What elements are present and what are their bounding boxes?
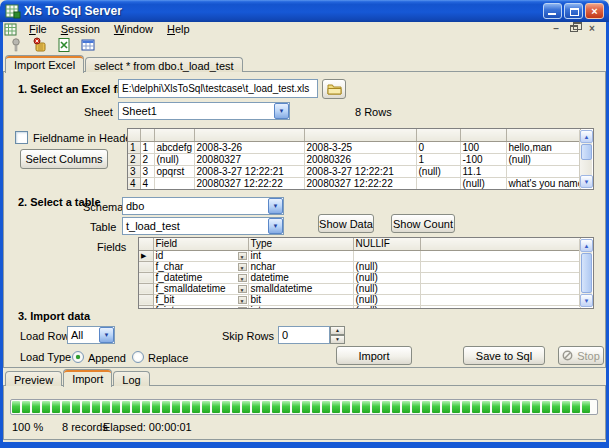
fields-grid-blank-cell[interactable] bbox=[420, 305, 580, 309]
spin-down-button[interactable]: ▼ bbox=[330, 335, 345, 344]
fields-grid-blank-cell[interactable] bbox=[420, 283, 580, 294]
save-to-sql-button[interactable]: Save to Sql bbox=[463, 346, 545, 365]
fields-grid-field-cell[interactable]: f_smalldatetime▼ bbox=[153, 283, 248, 294]
fields-grid-scrollbar[interactable]: ▲ ▼ bbox=[579, 239, 592, 307]
field-dropdown-arrow-icon[interactable]: ▼ bbox=[238, 285, 247, 293]
fields-grid-nullif-cell[interactable]: (null) bbox=[353, 283, 420, 294]
excel-grid-cell[interactable]: 0 bbox=[416, 141, 460, 153]
fields-grid-type-cell[interactable]: smalldatetime bbox=[248, 283, 353, 294]
fields-grid-row-header[interactable] bbox=[139, 283, 153, 294]
load-rows-combo[interactable]: All ▼ bbox=[67, 326, 115, 344]
scroll-down-icon[interactable]: ▼ bbox=[580, 294, 593, 307]
select-columns-button[interactable]: Select Columns bbox=[20, 149, 108, 169]
excel-grid-cell[interactable]: 2008-3-25 bbox=[304, 141, 416, 153]
current-row-indicator-icon[interactable]: ▶ bbox=[139, 250, 153, 261]
fields-grid-row-header[interactable] bbox=[139, 305, 153, 309]
excel-grid-scroll-thumb[interactable] bbox=[581, 144, 592, 160]
replace-radio[interactable] bbox=[132, 351, 144, 363]
field-name-cell[interactable]: f_smalldatetime bbox=[156, 283, 226, 294]
show-count-button[interactable]: Show Count bbox=[391, 214, 455, 233]
import-button[interactable]: Import bbox=[336, 346, 412, 365]
excel-grid-cell[interactable]: 20080327 12:22:22 bbox=[194, 177, 304, 189]
fieldname-header-label[interactable]: Fieldname in Header bbox=[33, 132, 135, 144]
excel-grid-cell[interactable]: (null) bbox=[506, 153, 580, 165]
excel-grid-cell[interactable]: 11.1 bbox=[460, 165, 506, 177]
fieldname-header-checkbox[interactable] bbox=[15, 131, 28, 144]
fields-grid-blank-cell[interactable] bbox=[420, 272, 580, 283]
fields-grid-type-cell[interactable]: bit bbox=[248, 294, 353, 305]
field-name-cell[interactable]: f_int bbox=[156, 305, 175, 309]
fields-grid-row-header[interactable] bbox=[139, 261, 153, 272]
menu-session[interactable]: Session bbox=[54, 22, 107, 36]
replace-radio-label[interactable]: Replace bbox=[148, 352, 188, 364]
append-radio[interactable] bbox=[72, 351, 84, 363]
field-dropdown-arrow-icon[interactable]: ▼ bbox=[238, 263, 247, 271]
fields-grid-field-cell[interactable]: f_char▼ bbox=[153, 261, 248, 272]
tab-select-query[interactable]: select * from dbo.t_load_test bbox=[85, 57, 242, 72]
tab-preview[interactable]: Preview bbox=[5, 371, 62, 386]
field-name-cell[interactable]: f_datetime bbox=[156, 272, 203, 283]
query-window-icon[interactable] bbox=[79, 37, 97, 54]
field-name-cell[interactable]: f_bit bbox=[156, 294, 175, 305]
excel-grid-row-header[interactable]: 1 bbox=[128, 141, 140, 153]
excel-grid-cell[interactable]: 20080327 12:22:22 bbox=[304, 177, 416, 189]
fields-grid-field-cell[interactable]: f_datetime▼ bbox=[153, 272, 248, 283]
close-button[interactable]: × bbox=[585, 3, 604, 19]
excel-grid-cell[interactable]: 3 bbox=[140, 165, 154, 177]
scroll-up-icon[interactable]: ▲ bbox=[580, 130, 593, 143]
field-dropdown-arrow-icon[interactable]: ▼ bbox=[238, 307, 247, 310]
excel-grid-cell[interactable]: 20080327 12:21 bbox=[304, 189, 416, 190]
excel-grid-cell[interactable]: ... bbox=[154, 189, 194, 190]
field-dropdown-arrow-icon[interactable]: ▼ bbox=[238, 296, 247, 304]
excel-grid-cell[interactable]: 4 bbox=[140, 177, 154, 189]
append-radio-label[interactable]: Append bbox=[88, 352, 126, 364]
excel-grid-cell[interactable]: opqrst bbox=[154, 165, 194, 177]
excel-grid-cell[interactable]: (null) bbox=[460, 177, 506, 189]
fields-grid-blank-cell[interactable] bbox=[420, 250, 580, 261]
show-data-button[interactable]: Show Data bbox=[318, 214, 374, 233]
table-combo[interactable]: t_load_test ▼ bbox=[122, 217, 284, 235]
fields-grid-blank-cell[interactable] bbox=[420, 261, 580, 272]
excel-grid-cell[interactable]: 2008-3-27 12:22:21 bbox=[194, 165, 304, 177]
disconnect-icon[interactable] bbox=[31, 37, 49, 54]
schema-combo[interactable]: dbo ▼ bbox=[122, 197, 284, 215]
scroll-up-icon[interactable]: ▲ bbox=[580, 239, 593, 252]
scroll-down-icon[interactable]: ▼ bbox=[580, 175, 593, 188]
menu-help[interactable]: Help bbox=[160, 22, 197, 36]
fields-grid-nullif-cell[interactable]: (null) bbox=[353, 261, 420, 272]
browse-file-button[interactable] bbox=[322, 79, 346, 99]
load-rows-combo-arrow-icon[interactable]: ▼ bbox=[99, 327, 114, 343]
fields-grid-type-cell[interactable]: nchar bbox=[248, 261, 353, 272]
fields-grid-type-cell[interactable]: int bbox=[248, 305, 353, 309]
fields-grid-field-cell[interactable]: id▼ bbox=[153, 250, 248, 261]
fields-grid-row-header[interactable] bbox=[139, 294, 153, 305]
excel-grid-cell[interactable] bbox=[416, 177, 460, 189]
excel-grid-scrollbar[interactable]: ▲ ▼ bbox=[579, 130, 592, 188]
excel-grid-cell[interactable] bbox=[154, 177, 194, 189]
fields-grid-type-cell[interactable]: int bbox=[248, 250, 353, 261]
excel-grid-cell[interactable]: 2 bbox=[140, 153, 154, 165]
excel-grid-cell[interactable]: 2008-3-27 12:22:21 bbox=[304, 165, 416, 177]
excel-grid-cell[interactable]: (null) bbox=[194, 189, 304, 190]
tab-log[interactable]: Log bbox=[113, 371, 149, 386]
excel-file-input[interactable] bbox=[118, 79, 318, 98]
fields-grid-field-cell[interactable]: f_bit▼ bbox=[153, 294, 248, 305]
excel-grid-cell[interactable]: 100 bbox=[460, 141, 506, 153]
excel-grid-cell[interactable]: (null) bbox=[416, 165, 460, 177]
maximize-button[interactable] bbox=[564, 3, 583, 19]
excel-grid-cell[interactable] bbox=[506, 189, 580, 190]
tab-import-excel[interactable]: Import Excel bbox=[5, 55, 84, 73]
fields-grid-nullif-cell[interactable]: (null) bbox=[353, 294, 420, 305]
excel-grid-cell[interactable]: 20080327 bbox=[194, 153, 304, 165]
excel-grid-cell[interactable]: 2008-3-26 bbox=[194, 141, 304, 153]
mdi-close-button[interactable]: × bbox=[586, 23, 598, 35]
minimize-button[interactable] bbox=[543, 3, 562, 19]
excel-grid-row-header[interactable]: 4 bbox=[128, 177, 140, 189]
fields-grid-type-cell[interactable]: datetime bbox=[248, 272, 353, 283]
excel-grid-cell[interactable]: 5 bbox=[140, 189, 154, 190]
menu-window[interactable]: Window bbox=[107, 22, 160, 36]
excel-grid-cell[interactable] bbox=[506, 165, 580, 177]
stop-button[interactable]: Stop bbox=[558, 346, 604, 365]
excel-file-icon[interactable] bbox=[55, 37, 73, 54]
excel-grid-row-header[interactable]: 5 bbox=[128, 189, 140, 190]
